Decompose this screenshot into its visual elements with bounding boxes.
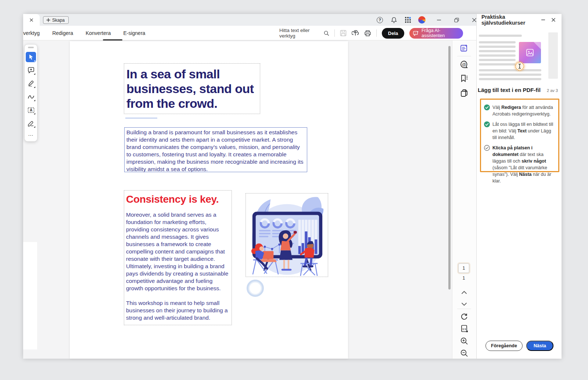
step-check-done-icon	[484, 121, 490, 141]
doc-heading[interactable]: In a sea of small businesses, stand out …	[124, 63, 260, 114]
share-label: Dela	[388, 31, 398, 36]
more-tools-button[interactable]: …	[28, 131, 34, 137]
print-icon[interactable]	[364, 29, 371, 37]
doc-section-heading: Consistency is key.	[126, 193, 230, 205]
rotate-page-icon[interactable]	[459, 311, 470, 322]
save-icon[interactable]	[340, 29, 347, 37]
cursor-arrow-icon	[28, 54, 34, 60]
rail-divider	[457, 309, 471, 309]
divider	[376, 29, 377, 37]
mini-doc-line	[479, 35, 522, 37]
menu-item-redigera[interactable]: Redigera	[52, 30, 73, 36]
restore-window-icon[interactable]	[453, 16, 460, 24]
mini-scrollbar	[548, 32, 558, 79]
document-tab[interactable]	[23, 14, 40, 26]
tutorial-panel-header: Praktiska självstudiekurser	[476, 15, 562, 25]
new-tab-label: Skapa	[52, 18, 65, 23]
doc-intro-paragraph: Building a brand is paramount for small …	[126, 129, 305, 173]
comments-at-icon[interactable]: @	[459, 59, 470, 70]
search-icon	[324, 30, 329, 36]
window-controls	[423, 15, 478, 25]
minimize-icon[interactable]	[435, 16, 442, 24]
left-panel-edge	[23, 242, 37, 349]
tutorials-panel-icon[interactable]	[459, 43, 470, 54]
lesson-title: Lägg till text i en PDF-fil	[478, 87, 547, 93]
new-tab-button[interactable]: Skapa	[43, 16, 69, 24]
notifications-bell-icon[interactable]	[390, 16, 398, 24]
current-page-input[interactable]: 1	[458, 263, 469, 273]
divider	[334, 29, 335, 37]
next-step-button[interactable]: Nästa	[526, 341, 553, 351]
zoom-in-icon[interactable]	[459, 335, 470, 347]
signature-pen-icon	[28, 120, 35, 127]
mini-image-placeholder	[519, 42, 541, 63]
actual-size-icon[interactable]: 1:1	[459, 323, 470, 334]
previous-step-button[interactable]: Föregående	[485, 341, 523, 351]
comment-tool-button[interactable]	[26, 65, 36, 75]
app-launcher-grid-icon[interactable]	[405, 17, 411, 23]
lesson-title-row: Lägg till text i en PDF-fil 2 av 3	[478, 87, 558, 93]
step-text: Klicka på platsen i dokumentet där text …	[492, 145, 555, 184]
svg-text:A: A	[29, 108, 32, 112]
pages-copy-icon[interactable]	[459, 88, 470, 99]
sign-tool-button[interactable]	[26, 118, 36, 128]
previous-page-chevron-up-icon[interactable]	[459, 287, 470, 298]
dashboard-illustration-image	[246, 193, 328, 277]
menu-item-esignera[interactable]: E-signera	[123, 30, 145, 36]
toolbar-actions: Hitta text eller verktyg Dela Fråga AI-a…	[279, 26, 463, 40]
tutorial-panel-footer: Föregående Nästa	[476, 341, 559, 351]
freehand-draw-icon	[28, 94, 35, 99]
menubar: verktyg Redigera Konvertera E-signera	[23, 26, 145, 40]
share-button[interactable]: Dela	[382, 28, 404, 39]
upload-cloud-icon[interactable]	[352, 29, 359, 37]
rail-divider	[457, 56, 471, 56]
doc-section-paragraph-2: This workshop is meant to help small bus…	[126, 299, 230, 322]
next-page-chevron-down-icon[interactable]	[459, 299, 470, 310]
highlighter-icon	[28, 80, 34, 87]
drag-handle[interactable]	[28, 47, 34, 48]
step-check-pending-icon	[484, 145, 490, 184]
ai-assistant-label: Fråga AI-assistenten	[422, 28, 458, 38]
search-label: Hitta text eller verktyg	[279, 28, 321, 39]
panel-close-icon[interactable]	[550, 16, 557, 24]
step-text: Välj Redigera för att använda Acrobats r…	[492, 104, 555, 117]
svg-text:@: @	[462, 62, 466, 67]
quick-tools-toolbar: A …	[24, 44, 37, 142]
select-tool-button[interactable]	[26, 52, 36, 62]
tutorial-step-illustration	[478, 32, 558, 81]
search-box[interactable]: Hitta text eller verktyg	[279, 28, 329, 39]
lesson-progress-badge: 2 av 3	[547, 88, 558, 93]
ai-assistant-button[interactable]: Fråga AI-assistenten	[409, 28, 463, 39]
doc-section-box[interactable]: Consistency is key. Moreover, a solid br…	[124, 190, 232, 325]
menu-item-tools[interactable]: verktyg	[23, 30, 40, 36]
step-check-done-icon	[484, 104, 490, 117]
text-cursor-pointer-icon	[515, 62, 524, 71]
step-text: Låt oss lägga till en bildtext till en b…	[492, 121, 555, 141]
menu-item-konvertera[interactable]: Konvertera	[86, 30, 111, 36]
doc-heading-rule	[125, 118, 157, 118]
total-pages-label: 1	[458, 276, 469, 281]
tutorial-steps-list: Välj Redigera för att använda Acrobats r…	[484, 104, 555, 184]
add-text-tool-button[interactable]: A	[26, 105, 36, 115]
doc-section-paragraph-1: Moreover, a solid brand serves as a foun…	[126, 211, 230, 292]
zoom-out-icon[interactable]	[459, 348, 470, 359]
ai-chat-icon	[413, 30, 419, 36]
doc-decorative-circle	[247, 280, 264, 297]
doc-illustration[interactable]	[245, 193, 328, 277]
tab-close-icon[interactable]	[29, 17, 35, 23]
tutorial-step-pending: Klicka på platsen i dokumentet där text …	[484, 145, 555, 184]
vertical-scrollbar[interactable]	[448, 46, 451, 290]
highlight-tool-button[interactable]	[26, 78, 36, 89]
tutorial-step-done: Låt oss lägga till en bildtext till en b…	[484, 121, 555, 141]
tutorial-step-done: Välj Redigera för att använda Acrobats r…	[484, 104, 555, 117]
help-icon[interactable]: ?	[377, 17, 383, 23]
comment-plus-icon	[28, 67, 35, 74]
svg-text:1:1: 1:1	[462, 328, 466, 330]
bookmarks-icon[interactable]	[459, 73, 470, 84]
tutorial-steps-box: Välj Redigera för att använda Acrobats r…	[480, 99, 559, 172]
draw-tool-button[interactable]	[26, 92, 36, 102]
current-page-value: 1	[463, 266, 465, 271]
doc-intro-paragraph-box[interactable]: Building a brand is paramount for small …	[124, 127, 307, 172]
tutorial-panel-title: Praktiska självstudiekurser	[481, 14, 537, 26]
panel-minimize-icon[interactable]	[539, 16, 547, 24]
